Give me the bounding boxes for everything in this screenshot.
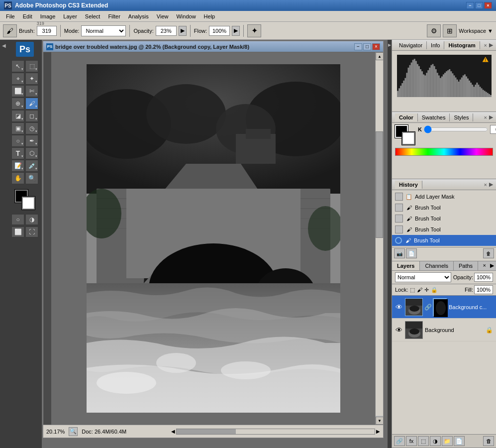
color-spectrum[interactable] — [395, 148, 493, 156]
lasso-tool[interactable]: ⌖ ▾ — [11, 73, 24, 85]
background-color[interactable] — [22, 197, 35, 210]
type-tool[interactable]: T ▾ — [11, 147, 24, 159]
doc-maximize-button[interactable]: □ — [363, 43, 371, 50]
normal-mode-button[interactable]: ○ — [11, 214, 24, 225]
menu-file[interactable]: File — [2, 12, 19, 20]
mode-select[interactable]: Normal — [81, 25, 126, 36]
history-item-brush-3[interactable]: 🖌 Brush Tool — [392, 224, 496, 235]
histogram-close-button[interactable]: × — [484, 42, 487, 48]
zoom-tool[interactable]: 🔍 — [25, 172, 38, 184]
canvas-image[interactable]: OceanofEXE — [87, 64, 340, 413]
gradient-tool[interactable]: ▣ ▾ — [11, 122, 24, 134]
opacity-arrow[interactable]: ▶ — [179, 26, 187, 36]
new-group-button[interactable]: 📁 — [442, 436, 453, 446]
menu-select[interactable]: Select — [81, 12, 104, 20]
create-document-button[interactable]: 📄 — [406, 248, 417, 258]
scroll-up-button[interactable]: ▲ — [376, 52, 384, 60]
left-collapse-button[interactable]: ◀ — [0, 40, 8, 448]
history-item-brush-active[interactable]: 🖌 Brush Tool — [392, 235, 496, 246]
opacity-input[interactable] — [156, 26, 177, 36]
workspace-label[interactable]: Workspace ▼ — [459, 28, 493, 34]
pen-tool[interactable]: ✒ ▾ — [25, 135, 38, 147]
delete-layer-button[interactable]: 🗑 — [483, 436, 494, 446]
layer-opacity-input[interactable] — [474, 273, 493, 282]
tab-layers[interactable]: Layers — [392, 261, 420, 270]
fill-input[interactable] — [474, 285, 493, 294]
quick-mask-button[interactable]: ◑ — [25, 214, 38, 225]
new-layer-button[interactable]: 📄 — [454, 436, 465, 446]
color-close-button[interactable]: × — [484, 114, 487, 120]
menu-window[interactable]: Window — [172, 12, 199, 20]
flow-input[interactable] — [209, 26, 230, 36]
doc-close-button[interactable]: × — [372, 43, 380, 50]
flow-arrow[interactable]: ▶ — [232, 26, 240, 36]
menu-layer[interactable]: Layer — [59, 12, 81, 20]
healing-tool[interactable]: ⊕ ▾ — [11, 98, 24, 110]
brush-size-input[interactable] — [37, 26, 57, 36]
menu-analysis[interactable]: Analysis — [124, 12, 153, 20]
tab-histogram[interactable]: Histogram — [444, 41, 480, 49]
tab-swatches[interactable]: Swatches — [418, 113, 450, 121]
eyedropper-tool[interactable]: 💉 ▾ — [25, 160, 38, 172]
notes-tool[interactable]: 📝 ▾ — [11, 160, 24, 172]
create-snapshot-button[interactable]: 📷 — [394, 248, 405, 258]
brush-tool-icon[interactable]: 🖌 — [3, 24, 17, 37]
menu-filter[interactable]: Filter — [104, 12, 124, 20]
brush-tool[interactable]: 🖌 ▾ — [25, 98, 38, 110]
lock-pixels-icon[interactable]: ⬚ — [410, 287, 415, 293]
history-close-button[interactable]: × — [484, 182, 487, 188]
screen-mode-button[interactable]: ⬜ — [11, 226, 24, 237]
menu-image[interactable]: Image — [36, 12, 60, 20]
blend-mode-select[interactable]: Normal Multiply Screen — [395, 272, 451, 282]
tab-styles[interactable]: Styles — [450, 113, 473, 121]
scroll-right-button[interactable]: ▶ — [376, 429, 380, 435]
new-adjustment-button[interactable]: ◑ — [430, 436, 441, 446]
history-item-brush-1[interactable]: 🖌 Brush Tool — [392, 202, 496, 213]
k-value-input[interactable] — [490, 125, 496, 134]
blur-tool[interactable]: ◷ ▾ — [25, 122, 38, 134]
menu-help[interactable]: Help — [200, 12, 219, 20]
tab-color[interactable]: Color — [395, 113, 418, 121]
scroll-thumb[interactable] — [376, 131, 383, 238]
right-collapse-button[interactable]: ▶ — [388, 40, 392, 448]
maximize-button[interactable]: □ — [475, 2, 483, 9]
tab-info[interactable]: Info — [427, 41, 444, 49]
add-style-button[interactable]: fx — [406, 436, 417, 446]
prefs-icon[interactable]: ⚙ — [427, 24, 441, 37]
layers-close-button[interactable]: × — [481, 261, 488, 270]
histogram-expand-button[interactable]: ▶ — [489, 42, 493, 48]
layer-row-background[interactable]: 👁 Background 🔒 — [392, 319, 496, 341]
k-slider[interactable] — [424, 127, 488, 132]
marquee-tool[interactable]: ⬚ ▾ — [25, 60, 38, 72]
eraser-tool[interactable]: ◻ ▾ — [25, 110, 38, 122]
color-expand-button[interactable]: ▶ — [489, 114, 493, 120]
layer-eye-1[interactable]: 👁 — [395, 303, 403, 311]
airbrush-icon[interactable]: ✦ — [247, 24, 261, 37]
lock-image-icon[interactable]: 🖌 — [417, 287, 422, 293]
history-options-button[interactable]: ▶ — [489, 181, 493, 188]
zoom-button[interactable]: 🔍 — [69, 427, 78, 436]
h-scroll-thumb[interactable] — [177, 429, 236, 434]
layer-eye-2[interactable]: 👁 — [395, 326, 403, 334]
menu-edit[interactable]: Edit — [19, 12, 36, 20]
scroll-left-button[interactable]: ◀ — [171, 429, 175, 435]
menu-view[interactable]: View — [153, 12, 173, 20]
horizontal-scrollbar[interactable] — [176, 429, 375, 435]
move-tool[interactable]: ↖ ▾ — [11, 60, 24, 72]
doc-minimize-button[interactable]: − — [354, 43, 362, 50]
hand-tool[interactable]: ✋ — [11, 172, 24, 184]
scroll-down-button[interactable]: ▼ — [376, 417, 384, 425]
full-screen-button[interactable]: ⛶ — [25, 226, 38, 237]
lock-all-icon[interactable]: 🔒 — [431, 287, 438, 293]
link-layers-button[interactable]: 🔗 — [394, 436, 405, 446]
clone-tool[interactable]: ◪ ▾ — [11, 110, 24, 122]
slice-tool[interactable]: ✄ ▾ — [25, 85, 38, 97]
tab-navigator[interactable]: Navigator — [395, 41, 427, 49]
bg-color-box[interactable] — [402, 132, 415, 145]
history-item-add-mask[interactable]: 📋 Add Layer Mask — [392, 191, 496, 202]
lock-position-icon[interactable]: ✛ — [424, 287, 429, 293]
workspace-icon[interactable]: ⊞ — [443, 24, 457, 37]
delete-state-button[interactable]: 🗑 — [483, 248, 494, 258]
tab-history[interactable]: History — [395, 181, 422, 189]
history-item-brush-2[interactable]: 🖌 Brush Tool — [392, 213, 496, 224]
